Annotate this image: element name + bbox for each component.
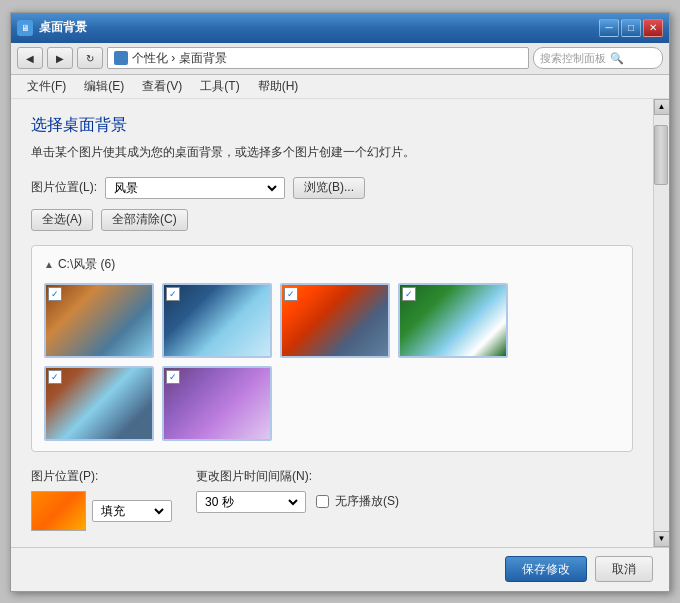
breadcrumb-text: 个性化 › 桌面背景: [132, 50, 227, 67]
content-area: 选择桌面背景 单击某个图片使其成为您的桌面背景，或选择多个图片创建一个幻灯片。 …: [11, 99, 653, 547]
close-button[interactable]: ✕: [643, 19, 663, 37]
refresh-button[interactable]: ↻: [77, 47, 103, 69]
title-bar: 🖥 桌面背景 ─ □ ✕: [11, 13, 669, 43]
maximize-button[interactable]: □: [621, 19, 641, 37]
title-bar-buttons: ─ □ ✕: [599, 19, 663, 37]
select-all-button[interactable]: 全选(A): [31, 209, 93, 231]
menu-edit[interactable]: 编辑(E): [76, 76, 132, 97]
group-title: C:\风景 (6): [58, 256, 115, 273]
group-collapse-arrow[interactable]: ▲: [44, 259, 54, 270]
window-title: 桌面背景: [39, 19, 87, 36]
thumbnail-3[interactable]: [280, 283, 390, 358]
menu-tools[interactable]: 工具(T): [192, 76, 247, 97]
selection-buttons-row: 全选(A) 全部清除(C): [31, 209, 633, 231]
back-button[interactable]: ◀: [17, 47, 43, 69]
location-row: 图片位置(L): 风景 浏览(B)...: [31, 177, 633, 199]
group-header: ▲ C:\风景 (6): [44, 256, 620, 273]
breadcrumb-bar[interactable]: 个性化 › 桌面背景: [107, 47, 529, 69]
position-section: 图片位置(P): 填充 适应 拉伸 平铺 居中: [31, 468, 172, 531]
position-control: 填充 适应 拉伸 平铺 居中: [31, 491, 172, 531]
forward-button[interactable]: ▶: [47, 47, 73, 69]
thumbnail-3-checkbox[interactable]: [284, 287, 298, 301]
position-select[interactable]: 填充 适应 拉伸 平铺 居中: [92, 500, 172, 522]
thumbnail-1-checkbox[interactable]: [48, 287, 62, 301]
thumbnails-group: ▲ C:\风景 (6): [31, 245, 633, 452]
minimize-button[interactable]: ─: [599, 19, 619, 37]
location-select-input[interactable]: 风景: [110, 180, 280, 196]
thumbnail-2-checkbox[interactable]: [166, 287, 180, 301]
position-preview: [31, 491, 86, 531]
location-select[interactable]: 风景: [105, 177, 285, 199]
footer: 保存修改 取消: [11, 547, 669, 591]
thumbnail-2[interactable]: [162, 283, 272, 358]
interval-section: 更改图片时间间隔(N): 30 秒 1 分钟 5 分钟 10 分钟: [196, 468, 399, 513]
position-select-input[interactable]: 填充 适应 拉伸 平铺 居中: [97, 503, 167, 519]
shuffle-row: 无序播放(S): [316, 493, 399, 510]
thumbnail-6-checkbox[interactable]: [166, 370, 180, 384]
thumbnail-4-checkbox[interactable]: [402, 287, 416, 301]
shuffle-label: 无序播放(S): [335, 493, 399, 510]
page-title: 选择桌面背景: [31, 115, 633, 136]
breadcrumb-icon: [114, 51, 128, 65]
scrollbar[interactable]: ▲ ▼: [653, 99, 669, 547]
interval-row: 30 秒 1 分钟 5 分钟 10 分钟 无序播放(S): [196, 491, 399, 513]
save-button[interactable]: 保存修改: [505, 556, 587, 582]
bottom-section: 图片位置(P): 填充 适应 拉伸 平铺 居中: [31, 468, 633, 531]
browse-button[interactable]: 浏览(B)...: [293, 177, 365, 199]
location-label: 图片位置(L):: [31, 179, 97, 196]
clear-all-button[interactable]: 全部清除(C): [101, 209, 188, 231]
scroll-up-arrow[interactable]: ▲: [654, 99, 670, 115]
thumbnail-4[interactable]: [398, 283, 508, 358]
address-bar: ◀ ▶ ↻ 个性化 › 桌面背景 搜索控制面板 🔍: [11, 43, 669, 75]
menu-file[interactable]: 文件(F): [19, 76, 74, 97]
cancel-button[interactable]: 取消: [595, 556, 653, 582]
position-label: 图片位置(P):: [31, 468, 172, 485]
menu-view[interactable]: 查看(V): [134, 76, 190, 97]
main-window: 🖥 桌面背景 ─ □ ✕ ◀ ▶ ↻ 个性化 › 桌面背景 搜索控制面板 🔍 文…: [10, 12, 670, 592]
search-placeholder: 搜索控制面板: [540, 51, 606, 66]
thumbnail-5-checkbox[interactable]: [48, 370, 62, 384]
thumbnail-1[interactable]: [44, 283, 154, 358]
thumbnail-5[interactable]: [44, 366, 154, 441]
scroll-track[interactable]: [654, 115, 669, 531]
window-icon: 🖥: [17, 20, 33, 36]
search-bar[interactable]: 搜索控制面板 🔍: [533, 47, 663, 69]
scrollbar-area: 选择桌面背景 单击某个图片使其成为您的桌面背景，或选择多个图片创建一个幻灯片。 …: [11, 99, 669, 547]
interval-label: 更改图片时间间隔(N):: [196, 468, 399, 485]
menu-help[interactable]: 帮助(H): [250, 76, 307, 97]
thumbnails-grid: [44, 283, 620, 441]
page-desc: 单击某个图片使其成为您的桌面背景，或选择多个图片创建一个幻灯片。: [31, 144, 633, 161]
menu-bar: 文件(F) 编辑(E) 查看(V) 工具(T) 帮助(H): [11, 75, 669, 99]
scroll-thumb[interactable]: [654, 125, 668, 185]
search-icon: 🔍: [610, 52, 624, 65]
scroll-down-arrow[interactable]: ▼: [654, 531, 670, 547]
interval-select[interactable]: 30 秒 1 分钟 5 分钟 10 分钟: [196, 491, 306, 513]
interval-select-input[interactable]: 30 秒 1 分钟 5 分钟 10 分钟: [201, 494, 301, 510]
shuffle-checkbox[interactable]: [316, 495, 329, 508]
title-bar-left: 🖥 桌面背景: [17, 19, 87, 36]
thumbnail-6[interactable]: [162, 366, 272, 441]
